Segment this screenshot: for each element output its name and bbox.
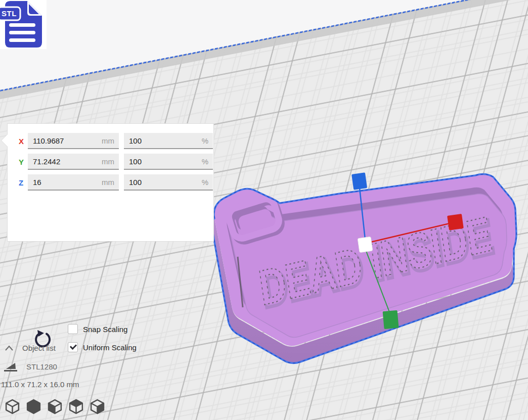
x-percent-input[interactable] [124, 133, 213, 148]
uniform-scaling-row: Uniform Scaling [68, 342, 137, 352]
cube-solid-icon [25, 398, 42, 415]
stl-file-badge[interactable]: STL [0, 0, 47, 49]
object-list-title: Object list [22, 344, 56, 352]
y-axis-label: Y [19, 158, 24, 166]
scale-row-y: Y mm % [8, 154, 213, 171]
snap-scaling-label: Snap Scaling [83, 325, 127, 334]
x-axis-label: X [19, 137, 24, 146]
z-axis-label: Z [19, 178, 23, 187]
view-3d-button[interactable] [4, 398, 21, 415]
model-dimensions: 111.0 x 71.2 x 16.0 mm [1, 380, 79, 389]
view-right-button[interactable] [89, 398, 106, 415]
center-handle[interactable] [358, 237, 373, 252]
uniform-scaling-checkbox[interactable] [68, 342, 78, 352]
cube-wireframe-icon [4, 398, 21, 415]
lay-flat-wedge-icon [3, 360, 18, 373]
cube-left-face-icon [47, 398, 63, 415]
svg-text:STL: STL [2, 9, 17, 18]
z-percent-input[interactable] [124, 174, 213, 190]
cube-top-face-icon [68, 398, 84, 415]
z-size-input[interactable] [28, 174, 119, 190]
scale-row-x: X mm % [8, 133, 213, 150]
slicer-viewport: DEAD INSIDE DEAD INSIDE STL [0, 0, 528, 420]
chevron-up-icon [4, 344, 14, 352]
x-size-input[interactable] [28, 133, 119, 148]
object-name: STL1280 [26, 362, 57, 371]
x-axis-handle[interactable] [447, 214, 464, 230]
view-front-button[interactable] [25, 398, 42, 415]
snap-scaling-row: Snap Scaling [68, 324, 127, 334]
scale-row-z: Z mm % [8, 174, 213, 192]
object-list-item[interactable]: STL1280 [3, 360, 57, 373]
snap-scaling-checkbox[interactable] [68, 324, 78, 334]
y-axis-handle[interactable] [383, 310, 399, 329]
z-axis-handle[interactable] [351, 172, 367, 190]
y-percent-input[interactable] [124, 154, 213, 169]
y-size-input[interactable] [28, 154, 119, 169]
object-list-header[interactable]: Object list [4, 344, 56, 352]
view-left-button[interactable] [68, 398, 84, 415]
uniform-scaling-label: Uniform Scaling [83, 343, 137, 352]
view-top-button[interactable] [47, 398, 63, 415]
stl-label: STL [0, 7, 20, 20]
camera-view-toolbar [4, 398, 106, 415]
scale-tool-panel: X mm % Y mm % Z mm [7, 123, 214, 242]
cube-right-face-icon [89, 398, 106, 415]
